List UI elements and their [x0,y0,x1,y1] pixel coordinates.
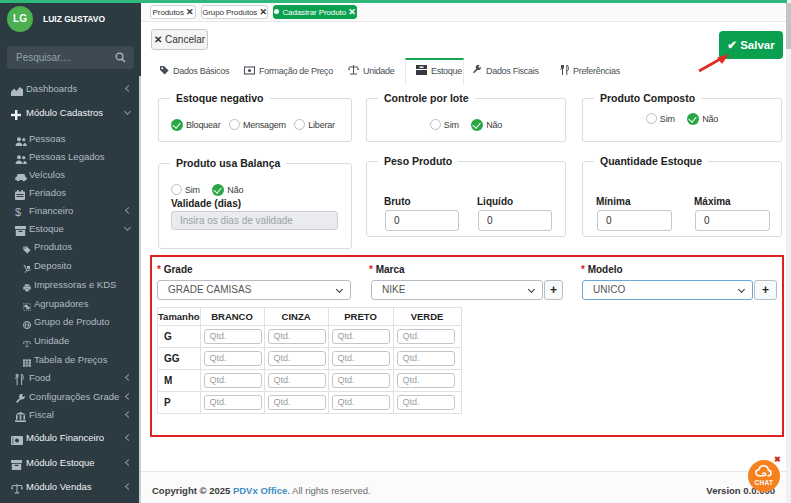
svg-text:$: $ [15,207,21,218]
